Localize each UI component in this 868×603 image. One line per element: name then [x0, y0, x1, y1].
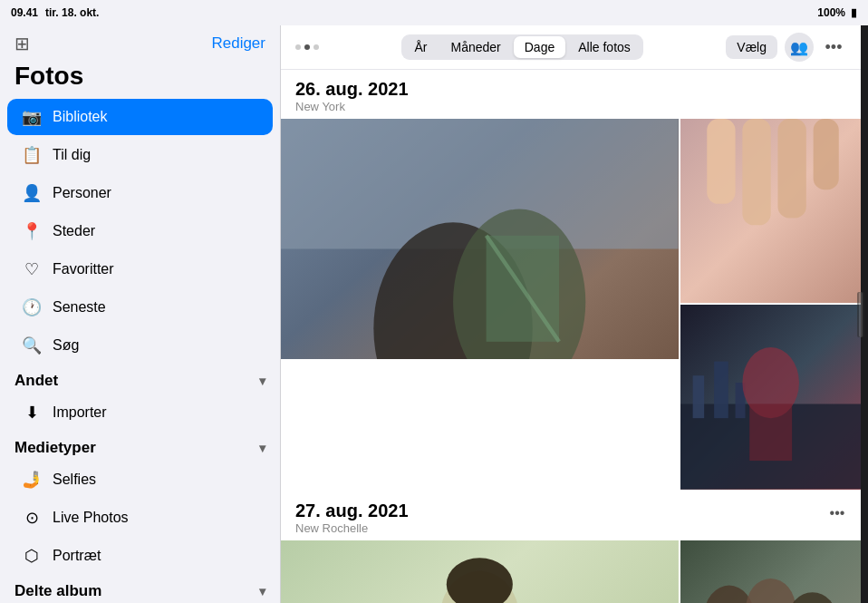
live-photos-icon: ⊙	[22, 508, 42, 528]
delte-album-label: Delte album	[14, 582, 101, 600]
favoritter-label: Favoritter	[53, 261, 114, 277]
battery-label: 100%	[817, 6, 845, 19]
more-button[interactable]: •••	[821, 34, 846, 60]
sidebar-title: Fotos	[0, 58, 280, 98]
portraet-icon: ⬡	[22, 546, 42, 566]
main-layout: ⊞ Rediger Fotos 📷 Bibliotek 📋 Til dig 👤 …	[0, 25, 868, 603]
svg-rect-10	[813, 119, 838, 190]
dot-3	[313, 44, 319, 50]
sidebar-item-selfies[interactable]: 🤳 Selfies	[7, 462, 273, 498]
dot-1	[295, 44, 301, 50]
personer-icon: 👤	[22, 183, 42, 203]
til-dig-label: Til dig	[53, 147, 91, 163]
day-location-1: New York	[295, 100, 846, 113]
people-icon: 👥	[790, 39, 808, 56]
day-date-1: 26. aug. 2021	[295, 79, 846, 100]
svg-rect-7	[707, 119, 735, 204]
steder-icon: 📍	[22, 221, 42, 241]
soeg-label: Søg	[53, 337, 79, 354]
sidebar-toggle-icon[interactable]: ⊞	[14, 33, 30, 54]
day-section-2: 27. aug. 2021 New Rochelle •••	[281, 491, 861, 603]
photo-cell-small-3[interactable]	[680, 540, 861, 603]
selfies-icon: 🤳	[22, 470, 42, 490]
sidebar-item-live-photos[interactable]: ⊙ Live Photos	[7, 500, 273, 536]
home-button[interactable]	[859, 292, 863, 337]
delte-album-chevron-icon: ▾	[259, 584, 265, 598]
battery-icon: ▮	[851, 6, 857, 19]
sidebar-item-soeg[interactable]: 🔍 Søg	[7, 327, 273, 364]
photo-grid-area[interactable]: 26. aug. 2021 New York	[281, 70, 861, 603]
sidebar: ⊞ Rediger Fotos 📷 Bibliotek 📋 Til dig 👤 …	[0, 25, 281, 603]
day-date-2: 27. aug. 2021	[295, 501, 846, 521]
importer-label: Importer	[53, 404, 107, 421]
svg-rect-13	[692, 376, 704, 419]
status-left: 09.41 tir. 18. okt.	[11, 6, 99, 19]
sidebar-item-portraet[interactable]: ⬡ Portræt	[7, 538, 273, 574]
day-section-1: 26. aug. 2021 New York	[281, 70, 861, 490]
status-date: tir. 18. okt.	[45, 6, 99, 19]
live-photos-label: Live Photos	[53, 510, 129, 526]
andet-label: Andet	[14, 372, 58, 390]
day-header-1: 26. aug. 2021 New York	[281, 70, 861, 119]
importer-icon: ⬇	[22, 403, 42, 423]
sidebar-item-personer[interactable]: 👤 Personer	[7, 175, 273, 211]
day-more-button[interactable]: •••	[825, 501, 850, 526]
selfies-label: Selfies	[53, 472, 96, 488]
people-button[interactable]: 👥	[785, 33, 814, 62]
andet-chevron-icon: ▾	[259, 374, 265, 388]
dots-indicator	[295, 41, 319, 53]
time-filter-group: År Måneder Dage Alle fotos	[401, 34, 642, 60]
filter-aar[interactable]: År	[403, 36, 438, 58]
medietyper-label: Medietyper	[14, 439, 96, 457]
select-button[interactable]: Vælg	[726, 35, 777, 59]
sidebar-item-steder[interactable]: 📍 Steder	[7, 213, 273, 249]
home-indicator	[857, 292, 864, 337]
photo-row-1-1	[281, 119, 861, 490]
sidebar-item-bibliotek[interactable]: 📷 Bibliotek	[7, 99, 273, 135]
steder-label: Steder	[53, 223, 95, 239]
toolbar: År Måneder Dage Alle fotos Vælg 👥 •••	[281, 25, 861, 70]
filter-maaneder[interactable]: Måneder	[439, 36, 511, 58]
sidebar-item-favoritter[interactable]: ♡ Favoritter	[7, 251, 273, 287]
status-time: 09.41	[11, 6, 38, 19]
sidebar-item-importer[interactable]: ⬇ Importer	[7, 394, 273, 431]
bibliotek-icon: 📷	[22, 107, 42, 127]
dot-2	[304, 44, 310, 50]
seneste-icon: 🕐	[22, 297, 42, 317]
til-dig-icon: 📋	[22, 145, 42, 165]
photo-cell-small-1[interactable]	[680, 119, 861, 303]
svg-rect-17	[749, 404, 792, 462]
svg-rect-14	[714, 362, 728, 419]
portraet-label: Portræt	[53, 548, 101, 564]
svg-rect-9	[777, 119, 805, 219]
favoritter-icon: ♡	[22, 259, 42, 279]
edit-button[interactable]: Rediger	[211, 34, 265, 53]
sidebar-item-til-dig[interactable]: 📋 Til dig	[7, 137, 273, 173]
filter-dage[interactable]: Dage	[514, 36, 565, 58]
photo-row-2-1	[281, 540, 861, 603]
status-bar: 09.41 tir. 18. okt. 100% ▮	[0, 0, 868, 25]
section-header-medietyper[interactable]: Medietyper ▾	[0, 432, 280, 461]
bibliotek-label: Bibliotek	[53, 109, 107, 125]
content-area: År Måneder Dage Alle fotos Vælg 👥 •••	[281, 25, 861, 603]
photo-cell-main-1[interactable]	[281, 119, 679, 359]
medietyper-chevron-icon: ▾	[259, 441, 265, 455]
svg-rect-8	[742, 119, 770, 225]
status-right: 100% ▮	[817, 6, 857, 19]
filter-alle-fotos[interactable]: Alle fotos	[567, 36, 641, 58]
photo-cell-main-2[interactable]	[281, 540, 679, 603]
sidebar-item-seneste[interactable]: 🕐 Seneste	[7, 289, 273, 326]
section-header-andet[interactable]: Andet ▾	[0, 365, 280, 394]
day-location-2: New Rochelle	[295, 521, 846, 535]
section-header-delte-album[interactable]: Delte album ▾	[0, 575, 280, 603]
soeg-icon: 🔍	[22, 336, 42, 355]
toolbar-right: Vælg 👥 •••	[726, 33, 846, 62]
personer-label: Personer	[53, 185, 111, 201]
photo-cell-small-2[interactable]	[680, 305, 861, 489]
sidebar-header: ⊞ Rediger	[0, 25, 280, 58]
more-icon: •••	[825, 38, 843, 57]
day-header-2: 27. aug. 2021 New Rochelle •••	[281, 491, 861, 540]
seneste-label: Seneste	[53, 299, 106, 316]
